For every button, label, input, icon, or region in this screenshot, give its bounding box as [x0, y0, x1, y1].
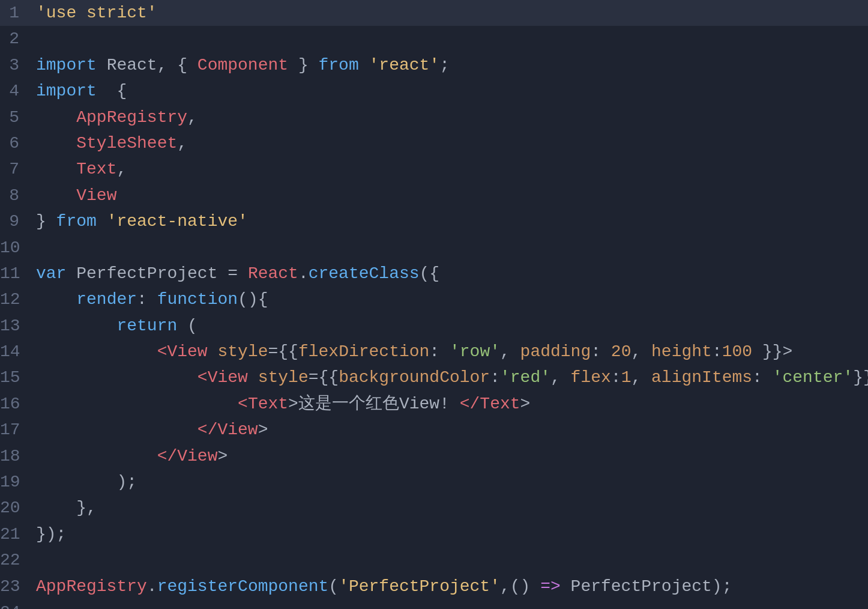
line-content: View — [36, 183, 856, 208]
code-line: 1'use strict' — [0, 0, 868, 26]
line-number: 14 — [0, 339, 36, 365]
line-number: 10 — [0, 235, 36, 261]
line-number: 8 — [0, 183, 36, 208]
line-content: 'use strict' — [36, 0, 856, 26]
code-line: 11var PerfectProject = React.createClass… — [0, 261, 868, 286]
code-line: 22 — [0, 547, 868, 573]
line-number: 18 — [0, 443, 36, 469]
line-content: </View> — [36, 417, 856, 443]
line-content — [36, 599, 856, 609]
code-line: 6 StyleSheet, — [0, 130, 868, 156]
code-line: 18 </View> — [0, 443, 868, 469]
code-line: 16 <Text>这是一个红色View! </Text> — [0, 391, 868, 417]
code-line: 23AppRegistry.registerComponent('Perfect… — [0, 574, 868, 599]
line-number: 15 — [0, 365, 36, 390]
line-content: <Text>这是一个红色View! </Text> — [36, 391, 856, 417]
line-number: 7 — [0, 156, 36, 182]
code-line: 21}); — [0, 521, 868, 547]
line-content: Text, — [36, 156, 856, 182]
line-content: <View style={{backgroundColor:'red', fle… — [36, 365, 868, 390]
code-line: 9} from 'react-native' — [0, 208, 868, 234]
line-content — [36, 26, 856, 52]
line-number: 5 — [0, 105, 36, 130]
code-line: 19 ); — [0, 469, 868, 495]
line-number: 11 — [0, 261, 36, 286]
code-line: 12 render: function(){ — [0, 286, 868, 312]
code-line: 14 <View style={{flexDirection: 'row', p… — [0, 339, 868, 365]
code-line: 2 — [0, 26, 868, 52]
line-number: 20 — [0, 495, 36, 521]
code-line: 20 }, — [0, 495, 868, 521]
code-editor: 1'use strict'2 3import React, { Componen… — [0, 0, 868, 609]
line-content: }); — [36, 521, 856, 547]
line-number: 13 — [0, 313, 36, 339]
code-line: 15 <View style={{backgroundColor:'red', … — [0, 365, 868, 390]
line-content: }, — [36, 495, 856, 521]
line-number: 21 — [0, 521, 36, 547]
code-line: 3import React, { Component } from 'react… — [0, 52, 868, 78]
line-number: 9 — [0, 208, 36, 234]
line-content: </View> — [36, 443, 856, 469]
line-number: 12 — [0, 286, 36, 312]
line-content — [36, 547, 856, 573]
code-line: 10 — [0, 235, 868, 261]
line-number: 19 — [0, 469, 36, 495]
code-line: 17 </View> — [0, 417, 868, 443]
line-number: 24 — [0, 599, 36, 609]
line-number: 2 — [0, 26, 36, 52]
line-number: 4 — [0, 78, 36, 104]
line-content: <View style={{flexDirection: 'row', padd… — [36, 339, 856, 365]
line-number: 16 — [0, 391, 36, 417]
line-number: 6 — [0, 130, 36, 156]
line-content — [36, 235, 856, 261]
line-content: import React, { Component } from 'react'… — [36, 52, 856, 78]
line-content: var PerfectProject = React.createClass({ — [36, 261, 856, 286]
line-content: return ( — [36, 313, 856, 339]
code-line: 13 return ( — [0, 313, 868, 339]
line-content: StyleSheet, — [36, 130, 856, 156]
code-line: 24 — [0, 599, 868, 609]
line-content: AppRegistry, — [36, 105, 856, 130]
line-content: import { — [36, 78, 856, 104]
line-content: ); — [36, 469, 856, 495]
line-content: AppRegistry.registerComponent('PerfectPr… — [36, 574, 856, 599]
line-number: 3 — [0, 52, 36, 78]
code-line: 7 Text, — [0, 156, 868, 182]
code-line: 4import { — [0, 78, 868, 104]
line-content: render: function(){ — [36, 286, 856, 312]
line-number: 23 — [0, 574, 36, 599]
line-content: } from 'react-native' — [36, 208, 856, 234]
code-line: 5 AppRegistry, — [0, 105, 868, 130]
code-line: 8 View — [0, 183, 868, 208]
line-number: 1 — [0, 0, 36, 26]
line-number: 17 — [0, 417, 36, 443]
line-number: 22 — [0, 547, 36, 573]
